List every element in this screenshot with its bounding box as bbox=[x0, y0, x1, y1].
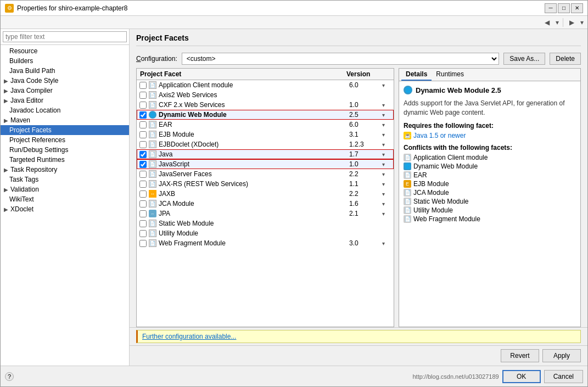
cancel-button[interactable]: Cancel bbox=[544, 370, 583, 383]
sidebar-item-validation[interactable]: ▶Validation bbox=[1, 184, 129, 194]
sidebar-item-run-debug-settings[interactable]: Run/Debug Settings bbox=[1, 145, 129, 155]
facet-checkbox-cxf[interactable] bbox=[139, 102, 147, 109]
facet-version-jca: 1.6 bbox=[349, 200, 382, 207]
facet-row-app-client[interactable]: 📄 Application Client module 6.0 ▾ bbox=[137, 80, 394, 90]
facet-checkbox-app-client[interactable] bbox=[139, 82, 147, 89]
facet-dropdown-jsf[interactable]: ▾ bbox=[382, 171, 391, 177]
tab-details[interactable]: Details bbox=[401, 69, 432, 81]
facet-dropdown-java[interactable]: ▾ bbox=[382, 152, 391, 158]
facet-row-ear[interactable]: 📄 EAR 6.0 ▾ bbox=[137, 120, 394, 130]
facet-checkbox-utility[interactable] bbox=[139, 230, 147, 237]
facet-row-web-fragment[interactable]: 📄 Web Fragment Module 3.0 ▾ bbox=[137, 238, 394, 248]
details-conflicts-label: Conflicts with the following facets: bbox=[404, 144, 576, 152]
facet-icon-cxf: 📄 bbox=[149, 101, 156, 109]
tab-runtimes[interactable]: Runtimes bbox=[432, 69, 468, 81]
back-button[interactable]: ◀ bbox=[541, 18, 553, 27]
forward-dropdown-button[interactable]: ▾ bbox=[579, 18, 585, 27]
facet-version-dynamic-web: 2.5 bbox=[349, 111, 382, 119]
facet-row-dynamic-web[interactable]: 🌐 Dynamic Web Module 2.5 ▾ bbox=[137, 110, 394, 120]
facet-dropdown-ear[interactable]: ▾ bbox=[382, 122, 391, 128]
forward-button[interactable]: ▶ bbox=[565, 18, 578, 27]
facet-checkbox-javascript[interactable] bbox=[139, 161, 147, 168]
facet-row-jpa[interactable]: ↔ JPA 2.1 ▾ bbox=[137, 209, 394, 218]
facet-name-jaxrs: JAX-RS (REST Web Services) bbox=[159, 180, 349, 188]
facet-row-jsf[interactable]: 📄 JavaServer Faces 2.2 ▾ bbox=[137, 169, 394, 179]
facet-version-cxf: 1.0 bbox=[349, 101, 382, 109]
facet-checkbox-jsf[interactable] bbox=[139, 171, 147, 178]
apply-button[interactable]: Apply bbox=[542, 349, 581, 362]
facet-row-javascript[interactable]: 📄 JavaScript 1.0 ▾ bbox=[137, 159, 394, 169]
sidebar-item-xdoclet[interactable]: ▶XDoclet bbox=[1, 204, 129, 214]
facet-dropdown-jpa[interactable]: ▾ bbox=[382, 211, 391, 217]
facet-dropdown-jaxrs[interactable]: ▾ bbox=[382, 181, 391, 187]
facet-row-jaxb[interactable]: ↔ JAXB 2.2 ▾ bbox=[137, 189, 394, 199]
facet-dropdown-jaxb[interactable]: ▾ bbox=[382, 191, 391, 197]
save-as-button[interactable]: Save As... bbox=[503, 53, 545, 65]
filter-input[interactable] bbox=[3, 31, 127, 42]
further-config-link[interactable]: Further configuration available... bbox=[142, 333, 236, 340]
facet-dropdown-javascript[interactable]: ▾ bbox=[382, 161, 391, 167]
conflict-icon-ejb: E bbox=[404, 180, 411, 188]
back-dropdown-button[interactable]: ▾ bbox=[554, 18, 561, 27]
sidebar-item-java-compiler[interactable]: ▶Java Compiler bbox=[1, 86, 129, 96]
facet-checkbox-jaxrs[interactable] bbox=[139, 181, 147, 188]
facet-dropdown-ejbdoclet[interactable]: ▾ bbox=[382, 142, 391, 148]
config-select[interactable]: <custom> bbox=[182, 53, 500, 65]
revert-button[interactable]: Revert bbox=[501, 349, 539, 362]
facet-name-dynamic-web: Dynamic Web Module bbox=[159, 111, 349, 119]
sidebar-item-javadoc-location[interactable]: Javadoc Location bbox=[1, 105, 129, 115]
facet-version-jsf: 2.2 bbox=[349, 170, 382, 178]
sidebar-item-wikitext[interactable]: WikiText bbox=[1, 194, 129, 204]
facet-row-ejbdoclet[interactable]: 📄 EJBDoclet (XDoclet) 1.2.3 ▾ bbox=[137, 139, 394, 149]
sidebar-item-java-code-style[interactable]: ▶Java Code Style bbox=[1, 76, 129, 86]
sidebar-item-java-build-path[interactable]: Java Build Path bbox=[1, 66, 129, 76]
ok-button[interactable]: OK bbox=[502, 370, 541, 383]
maximize-button[interactable]: □ bbox=[558, 3, 570, 13]
sidebar-item-project-facets[interactable]: Project Facets bbox=[1, 125, 129, 135]
facet-checkbox-axis2[interactable] bbox=[139, 92, 147, 99]
facet-row-jaxrs[interactable]: 📄 JAX-RS (REST Web Services) 1.1 ▾ bbox=[137, 179, 394, 189]
sidebar-item-builders[interactable]: Builders bbox=[1, 56, 129, 66]
sidebar-item-resource[interactable]: Resource bbox=[1, 46, 129, 56]
sidebar-item-task-repository[interactable]: ▶Task Repository bbox=[1, 165, 129, 175]
panel-header: Project Facets bbox=[130, 29, 587, 49]
facet-dropdown-dynamic-web[interactable]: ▾ bbox=[382, 112, 391, 118]
details-description: Adds support for the Java Servlet API, f… bbox=[404, 99, 576, 117]
facet-dropdown-ejb[interactable]: ▾ bbox=[382, 132, 391, 138]
facet-row-cxf[interactable]: 📄 CXF 2.x Web Services 1.0 ▾ bbox=[137, 100, 394, 110]
facet-checkbox-ejb[interactable] bbox=[139, 131, 147, 138]
facet-row-axis2[interactable]: 📄 Axis2 Web Services bbox=[137, 90, 394, 100]
facet-row-static-web[interactable]: 📄 Static Web Module bbox=[137, 218, 394, 228]
facet-row-ejb[interactable]: 📄 EJB Module 3.1 ▾ bbox=[137, 130, 394, 139]
facet-checkbox-ear[interactable] bbox=[139, 121, 147, 128]
details-requires-link[interactable]: ☕ Java 1.5 or newer bbox=[404, 132, 576, 139]
facet-dropdown-app-client[interactable]: ▾ bbox=[382, 82, 391, 88]
facet-checkbox-web-fragment[interactable] bbox=[139, 240, 147, 247]
facet-checkbox-jca[interactable] bbox=[139, 200, 147, 207]
facet-dropdown-cxf[interactable]: ▾ bbox=[382, 102, 391, 108]
facet-icon-web-fragment: 📄 bbox=[149, 239, 156, 247]
help-button[interactable]: ? bbox=[5, 372, 14, 381]
facet-checkbox-jaxb[interactable] bbox=[139, 190, 147, 198]
facet-row-jca[interactable]: 📄 JCA Module 1.6 ▾ bbox=[137, 199, 394, 209]
delete-button[interactable]: Delete bbox=[550, 53, 581, 65]
title-bar-controls: ─ □ ✕ bbox=[545, 3, 583, 13]
facet-dropdown-web-fragment[interactable]: ▾ bbox=[382, 240, 391, 246]
sidebar-item-project-references[interactable]: Project References bbox=[1, 135, 129, 145]
sidebar-item-java-editor[interactable]: ▶Java Editor bbox=[1, 96, 129, 105]
facet-row-utility[interactable]: 📄 Utility Module bbox=[137, 228, 394, 238]
facet-dropdown-jca[interactable]: ▾ bbox=[382, 201, 391, 207]
facet-name-java: Java bbox=[159, 150, 349, 158]
sidebar-item-targeted-runtimes[interactable]: Targeted Runtimes bbox=[1, 155, 129, 165]
close-button[interactable]: ✕ bbox=[571, 3, 583, 13]
minimize-button[interactable]: ─ bbox=[545, 3, 557, 13]
facet-checkbox-jpa[interactable] bbox=[139, 210, 147, 217]
facet-checkbox-ejbdoclet[interactable] bbox=[139, 141, 147, 148]
sidebar-item-task-tags[interactable]: Task Tags bbox=[1, 175, 129, 184]
facet-row-java[interactable]: 📄 Java 1.7 ▾ bbox=[137, 149, 394, 159]
panel-title: Project Facets bbox=[136, 33, 581, 46]
sidebar-item-maven[interactable]: ▶Maven bbox=[1, 115, 129, 125]
facet-checkbox-dynamic-web[interactable] bbox=[139, 111, 147, 119]
facet-checkbox-static-web[interactable] bbox=[139, 220, 147, 227]
facet-checkbox-java[interactable] bbox=[139, 151, 147, 158]
